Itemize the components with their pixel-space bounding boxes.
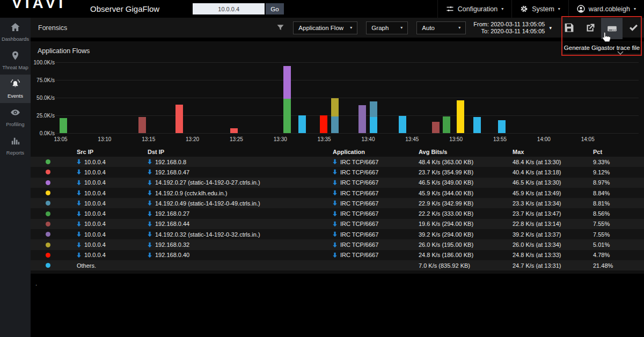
chart-bar-segment[interactable] — [60, 118, 67, 133]
header-dst-ip[interactable]: Dst IP — [148, 149, 333, 155]
header-src-ip[interactable]: Src IP — [77, 149, 148, 155]
host-search: Go — [193, 3, 283, 14]
chart-bar-segment[interactable] — [320, 115, 327, 133]
application-cell: IRC TCP/6667 — [333, 159, 419, 165]
series-color-cell — [31, 232, 77, 237]
table-row[interactable]: 10.0.0.4192.168.0.44IRC TCP/666719.6 K/s… — [31, 219, 644, 229]
max-cell: 45.9 K/s (at 13:49) — [513, 190, 593, 196]
chart-bar-segment[interactable] — [358, 105, 366, 133]
table-row[interactable]: 10.0.0.4192.168.0.8IRC TCP/666748.4 K/s … — [31, 157, 644, 167]
header-pct[interactable]: Pct — [593, 149, 644, 155]
viavi-logo-text: VIAVI — [12, 0, 66, 12]
display-mode-select[interactable]: Graph ▾ — [366, 21, 408, 34]
series-color-dot — [46, 201, 50, 206]
x-axis-tick-label: 13:15 — [142, 136, 155, 142]
table-row[interactable]: Others.7.0 K/s (835.92 KB)24.7 K/s (at 1… — [31, 260, 644, 270]
chart-bar-segment[interactable] — [432, 122, 440, 133]
dst-ip-cell: 192.168.0.47 — [148, 169, 333, 175]
dst-ip-cell: 14.192.0.32 (static-14-192-0-32.ctrls.in… — [148, 231, 333, 238]
chart-bar-segment[interactable] — [457, 100, 464, 133]
sidebar-item-label: Events — [8, 93, 23, 99]
y-axis-tick-label: 75.0K/s — [31, 77, 55, 83]
down-arrow-icon — [333, 190, 337, 196]
configuration-menu[interactable]: Configuration ▾ — [437, 0, 511, 18]
header-avg-bits-s[interactable]: Avg Bits/s — [419, 149, 513, 155]
chevron-down-icon[interactable]: ▾ — [549, 25, 552, 31]
chart-bar-segment[interactable] — [473, 117, 481, 133]
system-menu[interactable]: System ▾ — [511, 0, 568, 18]
src-ip-cell: 10.0.0.4 — [77, 159, 148, 165]
sidebar-item-label: Reports — [6, 150, 24, 156]
chart-bar-segment[interactable] — [138, 117, 146, 133]
gridline — [55, 62, 639, 63]
table-row[interactable]: 10.0.0.4192.168.0.47IRC TCP/666723.7 K/s… — [31, 167, 644, 177]
bell-alert-icon — [10, 79, 20, 91]
system-menu-label: System — [532, 5, 554, 13]
display-mode-value: Graph — [371, 25, 389, 31]
top-bar: VIAVI Observer GigaFlow Go Configuration… — [0, 0, 644, 18]
down-arrow-icon — [148, 231, 152, 237]
refresh-select[interactable]: Auto ▾ — [416, 21, 466, 34]
sidebar-item-profiling[interactable]: Profiling — [0, 103, 31, 131]
chart-bar-segment[interactable] — [331, 98, 339, 116]
date-from: From: 2020-03-11 13:05:05 — [473, 21, 545, 28]
user-menu-label: ward.cobleigh — [589, 5, 630, 13]
sidebar-item-threat-map[interactable]: Threat Map — [0, 46, 31, 75]
chart-bar-segment[interactable] — [370, 101, 377, 117]
table-row[interactable]: 10.0.0.414.192.0.32 (static-14-192-0-32.… — [31, 229, 644, 239]
series-color-dot — [46, 180, 50, 185]
view-type-select[interactable]: Application Flow ▾ — [293, 21, 357, 34]
sidebar-item-dashboards[interactable]: Dashboards — [0, 18, 31, 46]
dst-ip-cell: 14.192.0.49 (static-14-192-0-49.ctrls.in… — [148, 200, 333, 207]
configuration-menu-label: Configuration — [458, 5, 497, 13]
dst-ip-cell: 192.168.0.27 — [148, 210, 333, 217]
chart-bar-segment[interactable] — [498, 120, 506, 133]
header-application[interactable]: Application — [333, 149, 419, 155]
table-row[interactable]: 10.0.0.414.192.0.27 (static-14-192-0-27.… — [31, 178, 644, 188]
refresh-value: Auto — [422, 25, 435, 31]
chart-bar-segment[interactable] — [283, 66, 291, 99]
gridline — [55, 133, 639, 134]
down-arrow-icon — [77, 242, 81, 248]
gigastor-drive-icon[interactable] — [601, 18, 623, 39]
x-axis-tick-label: 13:05 — [54, 136, 67, 142]
chart-bar-segment[interactable] — [370, 117, 377, 133]
max-cell: 39.2 K/s (at 13:37) — [513, 231, 593, 238]
table-row[interactable]: 10.0.0.414.192.0.9 (cctv.klh.edu.in.)IRC… — [31, 188, 644, 198]
header-max[interactable]: Max — [513, 149, 593, 155]
table-row[interactable]: 10.0.0.4192.168.0.40IRC TCP/666724.8 K/s… — [31, 250, 644, 260]
x-axis-tick-label: 13:45 — [405, 136, 419, 142]
chart-bar-segment[interactable] — [230, 128, 238, 133]
src-ip-cell: 10.0.0.4 — [77, 169, 148, 175]
chevron-down-icon: ▾ — [501, 6, 503, 11]
down-arrow-icon — [333, 159, 337, 165]
stray-dot: . — [35, 280, 37, 287]
save-icon[interactable] — [558, 18, 580, 38]
chart-bar-segment[interactable] — [283, 99, 291, 133]
src-ip-cell: Others. — [77, 262, 148, 269]
down-arrow-icon — [333, 211, 337, 217]
down-arrow-icon — [148, 252, 152, 258]
table-row[interactable]: 10.0.0.414.192.0.49 (static-14-192-0-49.… — [31, 198, 644, 208]
filter-funnel-icon[interactable] — [276, 24, 284, 32]
sidebar-item-events[interactable]: Events — [0, 75, 31, 103]
check-icon[interactable] — [623, 18, 644, 38]
chart-bar-segment[interactable] — [331, 116, 339, 133]
max-cell: 24.7 K/s (at 13:31) — [513, 262, 593, 269]
src-ip-cell: 10.0.0.4 — [77, 241, 148, 248]
table-row[interactable]: 10.0.0.4192.168.0.32IRC TCP/666726.0 K/s… — [31, 239, 644, 250]
sidebar-item-reports[interactable]: Reports — [0, 131, 31, 160]
bar-chart-icon — [10, 136, 20, 148]
chart-bar-segment[interactable] — [298, 115, 306, 133]
date-range[interactable]: From: 2020-03-11 13:05:05 To: 2020-03-11… — [473, 21, 545, 35]
chart-bar-segment[interactable] — [175, 105, 183, 133]
down-arrow-icon — [77, 221, 81, 227]
view-type-value: Application Flow — [298, 25, 343, 31]
table-row[interactable]: 10.0.0.4192.168.0.27IRC TCP/666722.2 K/s… — [31, 208, 644, 218]
chart-bar-segment[interactable] — [399, 116, 406, 133]
user-menu[interactable]: ward.cobleigh ▾ — [568, 0, 644, 18]
host-search-input[interactable] — [193, 3, 265, 14]
go-button[interactable]: Go — [266, 3, 283, 14]
external-link-icon[interactable] — [580, 18, 601, 38]
chart-bar-segment[interactable] — [443, 116, 450, 133]
